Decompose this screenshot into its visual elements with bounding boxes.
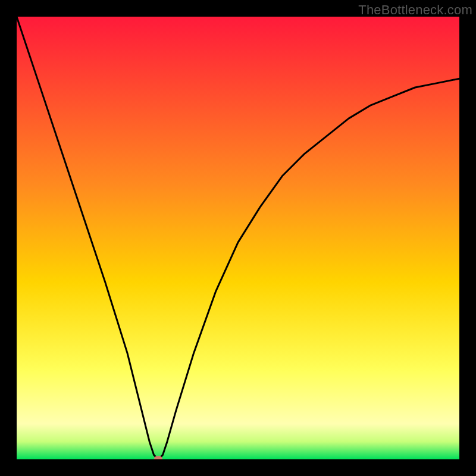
watermark-text: TheBottleneck.com [358,2,472,18]
chart-frame: TheBottleneck.com [0,0,476,476]
plot-area [17,17,459,459]
optimal-point-marker [154,456,162,459]
bottleneck-curve [17,17,459,459]
